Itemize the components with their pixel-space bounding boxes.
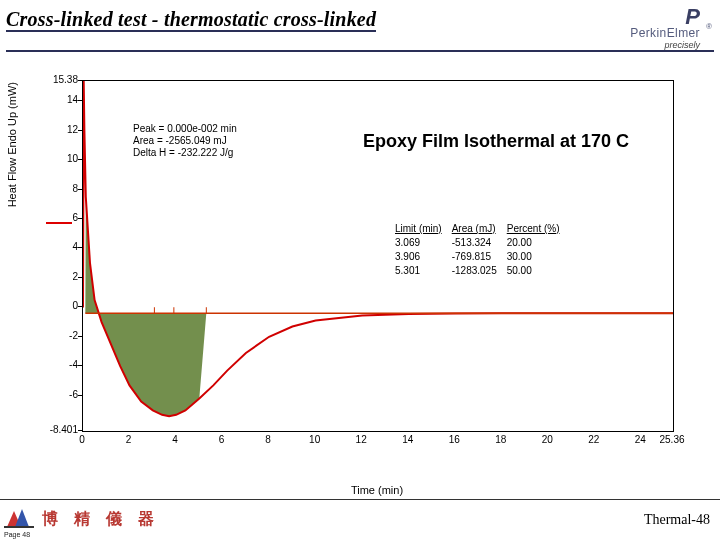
page-number: Thermal-48 (644, 512, 710, 528)
x-tick-label: 10 (309, 434, 320, 482)
page-title: Cross-linked test - thermostatic cross-l… (6, 8, 376, 32)
x-tick-label: 18 (495, 434, 506, 482)
x-tick-label: 20 (542, 434, 553, 482)
y-tick-label: 14 (38, 94, 78, 105)
company-logo-icon (4, 507, 34, 533)
table-row: 3.906-769.81530.00 (395, 251, 568, 263)
x-tick-label: 16 (449, 434, 460, 482)
header-rule (6, 50, 714, 52)
x-tick-label: 14 (402, 434, 413, 482)
company-name: 博 精 儀 器 (42, 510, 160, 527)
y-tick-label: 12 (38, 124, 78, 135)
brand-tagline: precisely (630, 40, 700, 50)
x-tick-label: 25.36 (659, 434, 684, 482)
y-tick-label: 15.38 (38, 74, 78, 85)
x-axis-label: Time (min) (351, 484, 403, 496)
chart-title: Epoxy Film Isothermal at 170 C (363, 131, 629, 152)
svg-marker-5 (15, 509, 29, 527)
table-header: Area (mJ) (452, 223, 505, 235)
x-tick-label: 22 (588, 434, 599, 482)
x-tick-label: 24 (635, 434, 646, 482)
table-row: 3.069-513.32420.00 (395, 237, 568, 249)
y-tick-label: 2 (38, 271, 78, 282)
y-tick-label: -4 (38, 359, 78, 370)
x-tick-label: 6 (219, 434, 225, 482)
y-tick-label: 0 (38, 300, 78, 311)
svg-rect-6 (4, 526, 34, 528)
y-tick-label: -6 (38, 389, 78, 400)
table-header: Limit (min) (395, 223, 450, 235)
brand-name: PerkinElmer (630, 26, 700, 40)
x-tick-label: 2 (126, 434, 132, 482)
dsc-chart: Heat Flow Endo Up (mW) Peak = 0.000e-002… (38, 72, 692, 468)
registered-icon: ® (706, 22, 712, 31)
brand-mark-icon: P (630, 8, 700, 26)
brand-logo: P PerkinElmer ® precisely (630, 8, 714, 50)
y-tick-label: -8.401 (38, 424, 78, 435)
small-page-label: Page 48 (4, 531, 30, 538)
table-row: 5.301-1283.02550.00 (395, 265, 568, 277)
y-tick-label: 6 (38, 212, 78, 223)
peak-annotation: Peak = 0.000e-002 min Area = -2565.049 m… (133, 123, 237, 159)
y-axis-label: Heat Flow Endo Up (mW) (6, 82, 18, 207)
footer-left: 博 精 儀 器 (4, 507, 160, 533)
slide-header: Cross-linked test - thermostatic cross-l… (0, 0, 720, 50)
limits-table: Limit (min)Area (mJ)Percent (%)3.069-513… (393, 221, 570, 279)
y-tick-label: -2 (38, 330, 78, 341)
plot-area: Peak = 0.000e-002 min Area = -2565.049 m… (82, 80, 674, 432)
table-header: Percent (%) (507, 223, 568, 235)
x-tick-label: 0 (79, 434, 85, 482)
y-tick-label: 4 (38, 241, 78, 252)
x-tick-label: 12 (356, 434, 367, 482)
slide-footer: 博 精 儀 器 Thermal-48 (0, 499, 720, 540)
y-tick-label: 10 (38, 153, 78, 164)
x-tick-label: 4 (172, 434, 178, 482)
y-tick-label: 8 (38, 183, 78, 194)
x-tick-label: 8 (265, 434, 271, 482)
